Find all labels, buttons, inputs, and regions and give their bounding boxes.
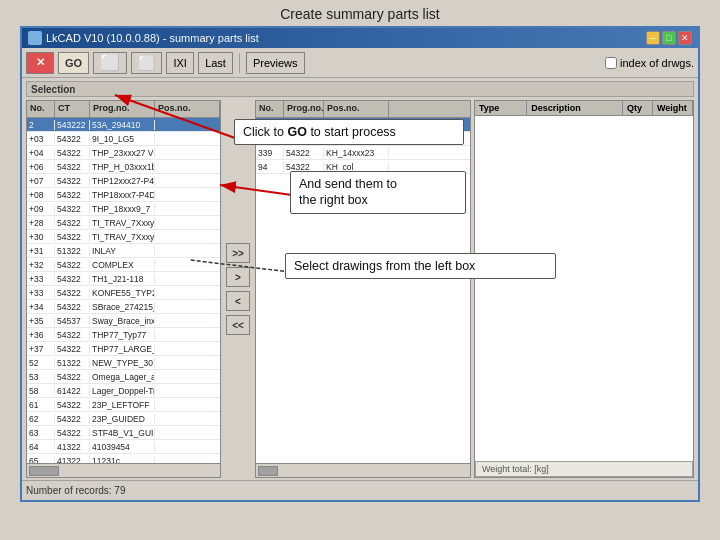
main-content: No. CT Prog.no. Pos.no. 2 543222 53A_294… <box>22 100 698 480</box>
toolbar-separator <box>239 53 240 73</box>
left-list-item[interactable]: 53 54322 Omega_Lager_auf_Dep <box>27 370 220 384</box>
desc-col-header: Description <box>527 101 623 115</box>
maximize-button[interactable]: □ <box>662 31 676 45</box>
right-col-no-header: No. <box>256 101 284 117</box>
move-right-button[interactable]: > <box>226 267 250 287</box>
left-list-item[interactable]: 65 41322 11231c <box>27 454 220 464</box>
qty-col-header: Qty <box>623 101 653 115</box>
left-list-item[interactable]: +06 54322 THP_H_03xxx1b_V10 <box>27 160 220 174</box>
move-right-all-button[interactable]: >> <box>226 243 250 263</box>
window-title-text: LkCAD V10 (10.0.0.88) - summary parts li… <box>46 32 259 44</box>
left-list-item[interactable]: +37 54322 THP77_LARGE_C1A <box>27 342 220 356</box>
left-list-item[interactable]: +34 54322 SBrace_274215_col <box>27 300 220 314</box>
right-list-item[interactable]: 94 54322 KH_col_ <box>256 160 470 174</box>
go-button[interactable]: GO <box>58 52 89 74</box>
move-left-all-button[interactable]: << <box>226 315 250 335</box>
left-list-item[interactable]: +07 54322 THP12xxx27-P4D <box>27 174 220 188</box>
right-scrollbar[interactable] <box>255 464 471 478</box>
index-checkbox[interactable] <box>605 57 617 69</box>
left-list-item[interactable]: 61 54322 23P_LEFTOFF <box>27 398 220 412</box>
toolbar-btn2[interactable]: ⬜ <box>131 52 162 74</box>
left-panel-list[interactable]: 2 543222 53A_294410 +03 54322 9I_10_LG5 … <box>26 118 221 464</box>
extra-panel-list <box>475 116 693 461</box>
left-list-item[interactable]: 58 61422 Lager_Doppel-Traverse <box>27 384 220 398</box>
minimize-button[interactable]: ─ <box>646 31 660 45</box>
right-col-prog-header: Prog.no. <box>284 101 324 117</box>
window-titlebar: LkCAD V10 (10.0.0.88) - summary parts li… <box>22 28 698 48</box>
records-count: Number of records: 79 <box>26 485 126 496</box>
right-list-item[interactable]: 325 54322 KH_11xxx15 <box>256 132 470 146</box>
left-list-item[interactable]: +35 54537 Sway_Brace_inxt1_swa <box>27 314 220 328</box>
right-panel-header: No. Prog.no. Pos.no. <box>255 100 471 118</box>
left-list-item[interactable]: +08 54322 THP18xxx7-P4D <box>27 188 220 202</box>
close-icon: ✕ <box>36 56 45 69</box>
left-list-item[interactable]: +09 54322 THP_18xxx9_7 <box>27 202 220 216</box>
weight-col-header: Weight <box>653 101 693 115</box>
right-panel: No. Prog.no. Pos.no. 2 54322 IO_LAGER_LG… <box>255 100 471 478</box>
col-pno-header: Pos.no. <box>155 101 220 117</box>
type-col-header: Type <box>475 101 527 115</box>
left-panel-header: No. CT Prog.no. Pos.no. <box>26 100 221 118</box>
index-label: index of drwgs. <box>620 57 694 69</box>
move-left-button[interactable]: < <box>226 291 250 311</box>
right-col-pos-header: Pos.no. <box>324 101 389 117</box>
left-list-item[interactable]: 64 41322 41039454 <box>27 440 220 454</box>
col-no-header: No. <box>27 101 55 117</box>
left-list-item[interactable]: +33 54322 KONFE55_TYP20 <box>27 286 220 300</box>
left-list-item[interactable]: +33 54322 TH1_J21-118 <box>27 272 220 286</box>
ixi-label: IXI <box>173 57 186 69</box>
page-title: Create summary parts list <box>0 0 720 26</box>
left-list-item[interactable]: +36 54322 THP77_Typ77 <box>27 328 220 342</box>
left-list-item[interactable]: +30 54322 TI_TRAV_7Xxxy9_S4 <box>27 230 220 244</box>
weight-total-area: Weight total: [kg] <box>475 461 693 477</box>
extra-panel-header: Type Description Qty Weight <box>475 101 693 116</box>
right-list-item[interactable]: 339 54322 KH_14xxx23 <box>256 146 470 160</box>
close-button[interactable]: ✕ <box>26 52 54 74</box>
left-list-item[interactable]: 63 54322 STF4B_V1_GUIDE <box>27 426 220 440</box>
window-icon <box>28 31 42 45</box>
left-list-item[interactable]: 62 54322 23P_GUIDED <box>27 412 220 426</box>
left-list-item[interactable]: +32 54322 COMPLEX <box>27 258 220 272</box>
col-prog-header: Prog.no. <box>90 101 155 117</box>
toolbar: ✕ GO ⬜ ⬜ IXI Last Previews index of drwg… <box>22 48 698 78</box>
last-label: Last <box>205 57 226 69</box>
left-list-item[interactable]: +04 54322 THP_23xxx27 V10 <box>27 146 220 160</box>
preview-button[interactable]: Previews <box>246 52 305 74</box>
left-list-item[interactable]: +31 51322 INLAY <box>27 244 220 258</box>
extra-panel: Type Description Qty Weight Weight total… <box>474 100 694 478</box>
toolbar-btn1[interactable]: ⬜ <box>93 52 127 74</box>
main-window: LkCAD V10 (10.0.0.88) - summary parts li… <box>20 26 700 502</box>
preview-label: Previews <box>253 57 298 69</box>
go-label: GO <box>65 57 82 69</box>
close-window-button[interactable]: ✕ <box>678 31 692 45</box>
left-list-item[interactable]: +03 54322 9I_10_LG5 <box>27 132 220 146</box>
col-ct-header: CT <box>55 101 90 117</box>
middle-buttons: >> > < << <box>224 100 252 478</box>
left-list-item[interactable]: 52 51322 NEW_TYPE_30 <box>27 356 220 370</box>
left-list-item[interactable]: 2 543222 53A_294410 <box>27 118 220 132</box>
left-panel: No. CT Prog.no. Pos.no. 2 543222 53A_294… <box>26 100 221 478</box>
right-panel-list[interactable]: 2 54322 IO_LAGER_LG4 325 54322 KH_11xxx1… <box>255 118 471 464</box>
left-list-item[interactable]: +28 54322 TI_TRAV_7Xxxy9_S4 <box>27 216 220 230</box>
right-list-item[interactable]: 2 54322 IO_LAGER_LG4 <box>256 118 470 132</box>
status-bar: Number of records: 79 <box>22 480 698 500</box>
selection-bar: Selection <box>26 81 694 97</box>
left-scrollbar[interactable] <box>26 464 221 478</box>
ixi-button[interactable]: IXI <box>166 52 194 74</box>
last-button[interactable]: Last <box>198 52 233 74</box>
